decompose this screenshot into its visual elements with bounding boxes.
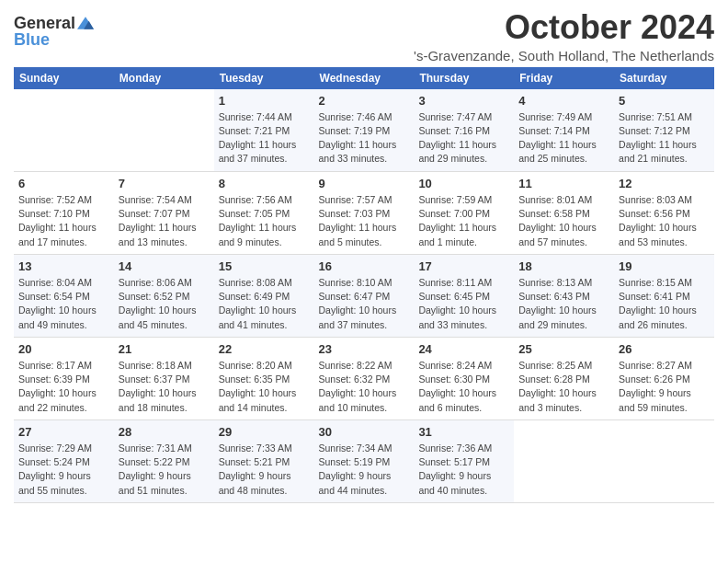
day-info: Sunrise: 8:24 AM Sunset: 6:30 PM Dayligh… [418, 359, 509, 415]
day-info: Sunrise: 7:51 AM Sunset: 7:12 PM Dayligh… [619, 110, 710, 167]
calendar-cell: 30Sunrise: 7:34 AM Sunset: 5:19 PM Dayli… [314, 419, 415, 502]
logo: General Blue [14, 15, 94, 48]
calendar-cell: 10Sunrise: 7:59 AM Sunset: 7:00 PM Dayli… [414, 171, 514, 254]
day-number: 5 [619, 93, 710, 109]
logo-icon [77, 17, 94, 29]
calendar-cell: 7Sunrise: 7:54 AM Sunset: 7:07 PM Daylig… [114, 171, 214, 254]
calendar-cell [614, 419, 714, 502]
day-number: 26 [619, 341, 710, 358]
calendar-cell [14, 89, 114, 172]
week-row-1: 1Sunrise: 7:44 AM Sunset: 7:21 PM Daylig… [14, 89, 714, 172]
day-info: Sunrise: 7:34 AM Sunset: 5:19 PM Dayligh… [319, 442, 410, 498]
day-number: 13 [18, 259, 109, 275]
calendar-cell: 15Sunrise: 8:08 AM Sunset: 6:49 PM Dayli… [214, 254, 314, 337]
calendar-cell: 16Sunrise: 8:10 AM Sunset: 6:47 PM Dayli… [314, 254, 415, 337]
day-number: 29 [219, 424, 310, 441]
calendar-cell: 8Sunrise: 7:56 AM Sunset: 7:05 PM Daylig… [214, 171, 314, 254]
day-header-thursday: Thursday [414, 67, 514, 89]
day-header-sunday: Sunday [14, 67, 114, 89]
calendar-cell: 9Sunrise: 7:57 AM Sunset: 7:03 PM Daylig… [314, 171, 415, 254]
day-info: Sunrise: 7:57 AM Sunset: 7:03 PM Dayligh… [319, 193, 410, 249]
day-info: Sunrise: 8:08 AM Sunset: 6:49 PM Dayligh… [219, 276, 310, 332]
day-number: 30 [319, 424, 410, 441]
calendar-cell: 29Sunrise: 7:33 AM Sunset: 5:21 PM Dayli… [214, 419, 314, 502]
day-header-saturday: Saturday [614, 67, 714, 89]
day-info: Sunrise: 8:22 AM Sunset: 6:32 PM Dayligh… [319, 359, 410, 415]
day-info: Sunrise: 8:04 AM Sunset: 6:54 PM Dayligh… [18, 276, 109, 332]
day-number: 8 [219, 176, 310, 192]
calendar-cell: 21Sunrise: 8:18 AM Sunset: 6:37 PM Dayli… [114, 337, 214, 419]
title-area: October 2024 's-Gravenzande, South Holla… [414, 9, 714, 63]
calendar-cell: 5Sunrise: 7:51 AM Sunset: 7:12 PM Daylig… [614, 89, 714, 172]
logo-general-text: General [14, 15, 75, 31]
calendar-cell: 25Sunrise: 8:25 AM Sunset: 6:28 PM Dayli… [514, 337, 614, 419]
calendar-cell: 19Sunrise: 8:15 AM Sunset: 6:41 PM Dayli… [614, 254, 714, 337]
calendar-cell: 4Sunrise: 7:49 AM Sunset: 7:14 PM Daylig… [514, 89, 614, 172]
day-number: 31 [418, 424, 509, 441]
day-info: Sunrise: 8:20 AM Sunset: 6:35 PM Dayligh… [219, 359, 310, 415]
location-subtitle: 's-Gravenzande, South Holland, The Nethe… [414, 48, 714, 63]
day-number: 16 [319, 259, 410, 275]
calendar-cell: 13Sunrise: 8:04 AM Sunset: 6:54 PM Dayli… [14, 254, 114, 337]
month-title: October 2024 [414, 9, 714, 46]
day-number: 12 [619, 176, 710, 192]
day-info: Sunrise: 7:31 AM Sunset: 5:22 PM Dayligh… [119, 442, 210, 498]
calendar-cell: 26Sunrise: 8:27 AM Sunset: 6:26 PM Dayli… [614, 337, 714, 419]
day-number: 23 [319, 341, 410, 358]
calendar-cell: 17Sunrise: 8:11 AM Sunset: 6:45 PM Dayli… [414, 254, 514, 337]
day-info: Sunrise: 7:49 AM Sunset: 7:14 PM Dayligh… [518, 110, 609, 167]
day-info: Sunrise: 7:47 AM Sunset: 7:16 PM Dayligh… [418, 110, 509, 167]
logo-blue-text: Blue [14, 31, 50, 48]
day-info: Sunrise: 8:15 AM Sunset: 6:41 PM Dayligh… [619, 276, 710, 332]
day-number: 21 [119, 341, 210, 358]
day-number: 9 [319, 176, 410, 192]
day-info: Sunrise: 8:25 AM Sunset: 6:28 PM Dayligh… [518, 359, 609, 415]
day-info: Sunrise: 7:46 AM Sunset: 7:19 PM Dayligh… [319, 110, 410, 167]
week-row-4: 20Sunrise: 8:17 AM Sunset: 6:39 PM Dayli… [14, 337, 714, 419]
day-info: Sunrise: 8:11 AM Sunset: 6:45 PM Dayligh… [418, 276, 509, 332]
day-header-tuesday: Tuesday [214, 67, 314, 89]
day-info: Sunrise: 7:54 AM Sunset: 7:07 PM Dayligh… [119, 193, 210, 249]
day-number: 11 [518, 176, 609, 192]
day-number: 22 [219, 341, 310, 358]
calendar-cell: 2Sunrise: 7:46 AM Sunset: 7:19 PM Daylig… [314, 89, 415, 172]
day-header-wednesday: Wednesday [314, 67, 415, 89]
calendar-cell: 14Sunrise: 8:06 AM Sunset: 6:52 PM Dayli… [114, 254, 214, 337]
calendar-cell [114, 89, 214, 172]
day-info: Sunrise: 8:27 AM Sunset: 6:26 PM Dayligh… [619, 359, 710, 415]
day-info: Sunrise: 7:52 AM Sunset: 7:10 PM Dayligh… [18, 193, 109, 249]
calendar-cell: 11Sunrise: 8:01 AM Sunset: 6:58 PM Dayli… [514, 171, 614, 254]
day-info: Sunrise: 7:44 AM Sunset: 7:21 PM Dayligh… [219, 110, 310, 167]
day-info: Sunrise: 8:06 AM Sunset: 6:52 PM Dayligh… [119, 276, 210, 332]
day-number: 27 [18, 424, 109, 441]
day-number: 18 [518, 259, 609, 275]
day-number: 14 [119, 259, 210, 275]
day-info: Sunrise: 8:13 AM Sunset: 6:43 PM Dayligh… [518, 276, 609, 332]
calendar-cell: 23Sunrise: 8:22 AM Sunset: 6:32 PM Dayli… [314, 337, 415, 419]
day-number: 10 [418, 176, 509, 192]
days-header-row: SundayMondayTuesdayWednesdayThursdayFrid… [14, 67, 714, 89]
day-info: Sunrise: 8:10 AM Sunset: 6:47 PM Dayligh… [319, 276, 410, 332]
day-number: 2 [319, 93, 410, 109]
calendar-cell: 24Sunrise: 8:24 AM Sunset: 6:30 PM Dayli… [414, 337, 514, 419]
day-number: 6 [18, 176, 109, 192]
day-number: 4 [518, 93, 609, 109]
day-number: 1 [219, 93, 310, 109]
calendar-cell: 31Sunrise: 7:36 AM Sunset: 5:17 PM Dayli… [414, 419, 514, 502]
calendar-cell: 6Sunrise: 7:52 AM Sunset: 7:10 PM Daylig… [14, 171, 114, 254]
day-info: Sunrise: 7:33 AM Sunset: 5:21 PM Dayligh… [219, 442, 310, 498]
calendar-cell: 27Sunrise: 7:29 AM Sunset: 5:24 PM Dayli… [14, 419, 114, 502]
day-number: 17 [418, 259, 509, 275]
day-header-monday: Monday [114, 67, 214, 89]
day-number: 24 [418, 341, 509, 358]
day-info: Sunrise: 8:03 AM Sunset: 6:56 PM Dayligh… [619, 193, 710, 249]
calendar-cell [514, 419, 614, 502]
week-row-3: 13Sunrise: 8:04 AM Sunset: 6:54 PM Dayli… [14, 254, 714, 337]
week-row-2: 6Sunrise: 7:52 AM Sunset: 7:10 PM Daylig… [14, 171, 714, 254]
calendar-cell: 3Sunrise: 7:47 AM Sunset: 7:16 PM Daylig… [414, 89, 514, 172]
calendar-cell: 22Sunrise: 8:20 AM Sunset: 6:35 PM Dayli… [214, 337, 314, 419]
calendar-table: SundayMondayTuesdayWednesdayThursdayFrid… [14, 67, 714, 503]
day-number: 7 [119, 176, 210, 192]
calendar-cell: 12Sunrise: 8:03 AM Sunset: 6:56 PM Dayli… [614, 171, 714, 254]
header: General Blue October 2024 's-Gravenzande… [14, 9, 714, 63]
